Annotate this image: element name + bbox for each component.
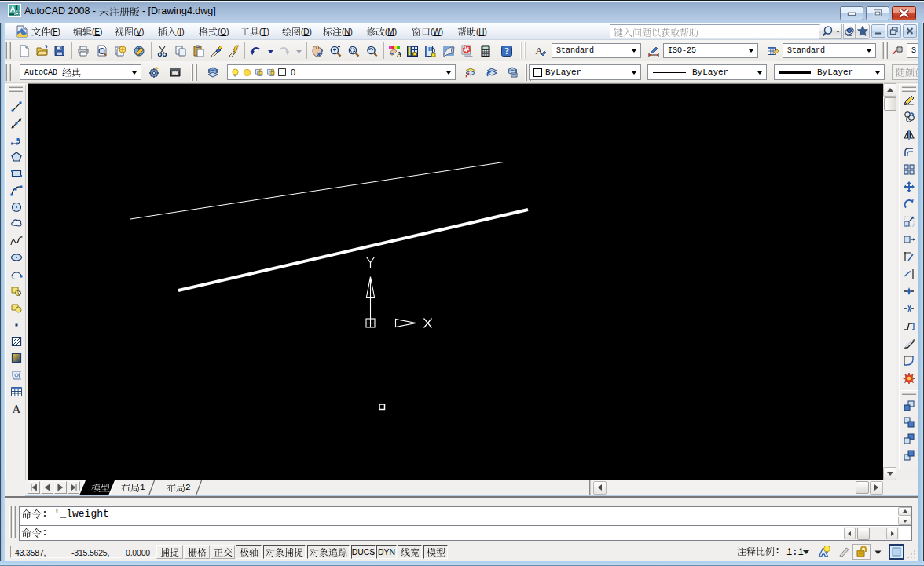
- svg-text:A: A: [13, 403, 21, 415]
- svg-text:A: A: [397, 50, 401, 57]
- svg-text:?: ?: [504, 46, 509, 56]
